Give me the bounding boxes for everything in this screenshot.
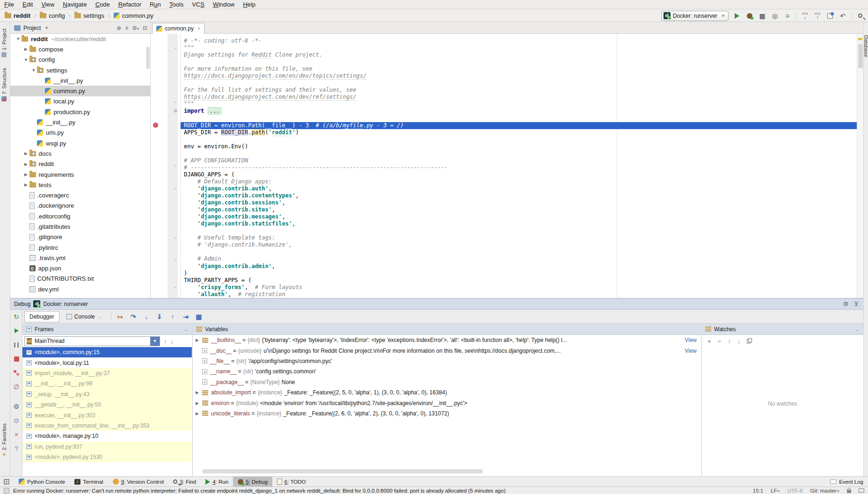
code-line[interactable]: 'allauth', # registration bbox=[181, 291, 857, 298]
tree-item-tests[interactable]: ▶tests bbox=[10, 180, 150, 190]
tree-item-CONTRIBUTORS.txt[interactable]: CONTRIBUTORS.txt bbox=[10, 274, 150, 284]
code-line[interactable]: 'crispy_forms', # Form layouts bbox=[181, 284, 857, 291]
code-line[interactable]: APPS_DIR = ROOT_DIR.path('reddit') bbox=[181, 129, 857, 136]
fold-marker[interactable]: ⌃ bbox=[151, 164, 181, 171]
expand-arrow-icon[interactable]: ▶ bbox=[196, 401, 202, 406]
code-line[interactable] bbox=[181, 80, 857, 87]
pause-icon[interactable] bbox=[10, 340, 22, 350]
run-configuration-select[interactable]: dj Docker: runserver ▼ bbox=[661, 11, 729, 21]
debug-button[interactable] bbox=[745, 12, 754, 20]
code-line[interactable]: # Default Django apps: bbox=[181, 178, 857, 185]
code-line[interactable]: DJANGO_APPS = ( bbox=[181, 171, 857, 178]
tool-button-find[interactable]: 3: Find bbox=[168, 477, 201, 487]
menu-item-navigate[interactable]: Navigate bbox=[58, 0, 91, 9]
locate-file-icon[interactable]: ⊕ bbox=[117, 25, 121, 31]
hide-window-icon[interactable]: ⊻ bbox=[854, 300, 859, 307]
screen-reader-icon[interactable] bbox=[859, 488, 864, 493]
fold-marker[interactable]: ⌄ bbox=[151, 185, 181, 192]
debugger-tab-debugger[interactable]: Debugger bbox=[24, 311, 59, 322]
debugger-tab-console[interactable]: Console→ bbox=[61, 311, 107, 322]
tool-button-project[interactable]: 1: Project bbox=[1, 29, 7, 57]
tree-item-__init__.py[interactable]: __init__.py bbox=[10, 117, 150, 127]
tool-windows-grid-icon[interactable] bbox=[4, 479, 9, 485]
fold-marker[interactable]: ⌄ bbox=[151, 256, 181, 263]
menu-item-file[interactable]: File bbox=[0, 0, 18, 9]
tree-item-compose[interactable]: ▶compose bbox=[10, 44, 150, 54]
chevron-right-icon[interactable]: ▶ bbox=[23, 151, 29, 156]
gear-icon[interactable]: ⚙ bbox=[843, 300, 849, 307]
menu-item-code[interactable]: Code bbox=[91, 0, 114, 9]
project-scrollbar[interactable] bbox=[146, 47, 150, 69]
code-line[interactable]: 'django.contrib.admin', bbox=[181, 263, 857, 270]
error-stripe[interactable] bbox=[857, 34, 863, 298]
breakpoint-icon[interactable] bbox=[153, 123, 158, 128]
breadcrumb-item-settings[interactable]: settings bbox=[73, 12, 105, 19]
tree-item-.dockerignore[interactable]: .dockerignore bbox=[10, 201, 150, 211]
code-line[interactable]: env = environ.Env() bbox=[181, 143, 857, 150]
step-into-icon[interactable]: ↓ bbox=[141, 312, 152, 321]
fold-marker[interactable]: ⌄ bbox=[151, 284, 181, 291]
project-panel-header[interactable]: Project ▼ ⊕ ≡ ⚙▾ ⊟ bbox=[10, 22, 151, 34]
fold-icon[interactable]: ⌄ bbox=[173, 256, 178, 261]
force-step-into-icon[interactable]: ⇓ bbox=[154, 312, 165, 321]
tool-button-todo[interactable]: 6: TODO bbox=[272, 477, 311, 487]
thread-select[interactable]: MainThread ▼ bbox=[24, 336, 160, 346]
code-line[interactable]: 'django.contrib.staticfiles', bbox=[181, 220, 857, 227]
chevron-right-icon[interactable]: ▶ bbox=[23, 172, 29, 177]
code-line[interactable]: """ bbox=[181, 44, 857, 51]
code-line[interactable]: # APP CONFIGURATION bbox=[181, 157, 857, 164]
frame-row[interactable]: __init__, __init__.py:99 bbox=[22, 378, 192, 389]
menu-item-view[interactable]: View bbox=[37, 0, 58, 9]
revert-button[interactable]: ↶ bbox=[839, 12, 847, 20]
stop-icon[interactable] bbox=[10, 354, 22, 364]
variable-row[interactable]: ▶__builtins__={dict}{'bytearray': <type … bbox=[193, 335, 701, 345]
search-everywhere-icon[interactable] bbox=[856, 12, 864, 20]
tree-item-urls.py[interactable]: urls.py bbox=[10, 128, 150, 138]
fold-icon[interactable]: ⌃ bbox=[173, 101, 178, 106]
step-out-icon[interactable]: ↑ bbox=[168, 312, 178, 321]
breadcrumb-item-config[interactable]: config bbox=[39, 12, 66, 19]
tree-item-.gitignore[interactable]: .gitignore bbox=[10, 232, 150, 242]
tree-item-.coveragerc[interactable]: .coveragerc bbox=[10, 190, 150, 200]
tree-item-requirements[interactable]: ▶requirements bbox=[10, 169, 150, 180]
code-line[interactable]: https://docs.djangoproject.com/en/dev/re… bbox=[181, 94, 857, 101]
tree-item-reddit[interactable]: ▶reddit bbox=[10, 159, 150, 169]
code-line[interactable] bbox=[181, 136, 857, 143]
fold-icon[interactable]: ⌄ bbox=[173, 186, 178, 190]
show-execution-point-icon[interactable]: ↦ bbox=[115, 312, 125, 321]
code-line[interactable] bbox=[181, 227, 857, 234]
tree-item-.travis.yml[interactable]: .travis.yml bbox=[10, 253, 150, 263]
code-line[interactable]: # 'django.contrib.humanize', bbox=[181, 241, 857, 248]
hide-panel-icon[interactable]: ⊟ bbox=[143, 25, 147, 31]
code-line[interactable]: # Admin bbox=[181, 255, 857, 262]
fold-icon[interactable]: ⊞ bbox=[173, 109, 178, 113]
coverage-button[interactable]: ▩ bbox=[758, 12, 766, 20]
breadcrumb-item-common.py[interactable]: common.py bbox=[113, 12, 154, 19]
tree-item-config[interactable]: ▼config bbox=[10, 55, 150, 65]
frame-row[interactable]: execute, __init__.py:302 bbox=[22, 410, 192, 420]
menu-item-tools[interactable]: Tools bbox=[165, 0, 188, 9]
chevron-down-icon[interactable]: ▼ bbox=[23, 58, 29, 62]
tool-button-debug[interactable]: 5: Debug bbox=[233, 477, 272, 487]
run-with-settings-button[interactable]: ≡ bbox=[783, 12, 792, 20]
frame-row[interactable]: <module>, manage.py:10 bbox=[22, 431, 192, 441]
close-icon[interactable]: × bbox=[10, 429, 22, 440]
run-to-cursor-icon[interactable]: ⇥ bbox=[181, 312, 191, 321]
tree-item-.editorconfig[interactable]: .editorconfig bbox=[10, 211, 150, 221]
menu-item-run[interactable]: Run bbox=[146, 0, 165, 9]
code-line[interactable]: THIRD_PARTY_APPS = ( bbox=[181, 277, 857, 284]
code-line[interactable]: Django settings for Reddit Clone project… bbox=[181, 51, 857, 58]
tree-item-docs[interactable]: ▶docs bbox=[10, 148, 150, 159]
menu-item-refactor[interactable]: Refactor bbox=[114, 0, 146, 9]
caret-position[interactable]: 15:1 bbox=[753, 488, 763, 494]
move-down-icon[interactable]: ↓ bbox=[737, 338, 741, 345]
pin-icon[interactable]: ⊙ bbox=[10, 415, 22, 426]
editor-gutter[interactable]: ⌄⌃⊞⌃⌄⌄⌄⌄ bbox=[151, 34, 181, 298]
encoding-indicator[interactable]: UTF-8 bbox=[788, 488, 803, 494]
git-branch-indicator[interactable]: Git: master÷ bbox=[810, 488, 839, 494]
warning-stripe-mark[interactable] bbox=[858, 38, 862, 40]
editor-scrollbar[interactable] bbox=[858, 44, 863, 68]
frame-row[interactable]: <module>, local.py:11 bbox=[22, 357, 192, 368]
step-over-icon[interactable]: ↷ bbox=[128, 312, 139, 321]
current-debug-line[interactable]: ROOT_DIR = environ.Path(__file__) - 3 # … bbox=[181, 122, 857, 129]
